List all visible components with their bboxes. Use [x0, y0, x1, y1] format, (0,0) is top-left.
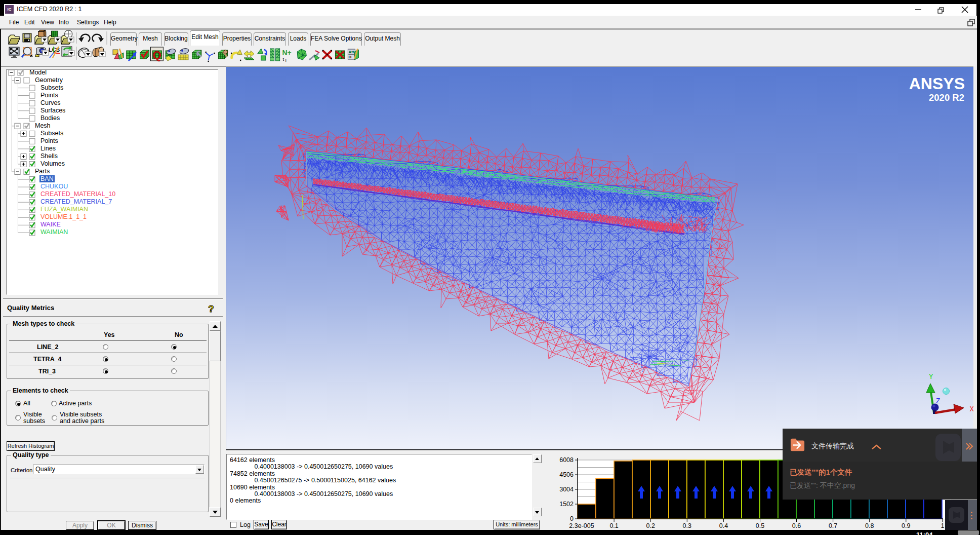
- svg-text:0.1: 0.1: [609, 522, 618, 529]
- svg-text:0: 0: [570, 515, 574, 522]
- svg-text:N+: N+: [282, 49, 291, 57]
- svg-text:0.3: 0.3: [683, 522, 691, 529]
- svg-text:X: X: [970, 405, 973, 413]
- svg-text:6008: 6008: [559, 456, 574, 464]
- svg-text:Att: Att: [348, 50, 354, 54]
- svg-text:2.3e-005: 2.3e-005: [569, 522, 594, 529]
- svg-text:4506: 4506: [559, 471, 574, 478]
- svg-text:Q: Q: [152, 49, 161, 61]
- svg-text:D: D: [348, 55, 351, 59]
- svg-text:0.6: 0.6: [792, 522, 801, 529]
- svg-text:I: I: [285, 58, 287, 63]
- svg-text:Y: Y: [929, 373, 933, 381]
- svg-text:t: t: [282, 57, 284, 62]
- svg-text:1: 1: [941, 522, 944, 529]
- svg-text:0.2: 0.2: [646, 522, 655, 529]
- svg-text:1502: 1502: [559, 501, 574, 508]
- svg-text:0.9: 0.9: [902, 522, 910, 529]
- svg-text:0.7: 0.7: [829, 522, 837, 529]
- svg-text:0.5: 0.5: [756, 522, 764, 529]
- svg-text:0.4: 0.4: [719, 522, 728, 529]
- svg-text:0.8: 0.8: [865, 522, 874, 529]
- svg-text:?: ?: [208, 303, 214, 314]
- svg-text:3004: 3004: [559, 486, 574, 493]
